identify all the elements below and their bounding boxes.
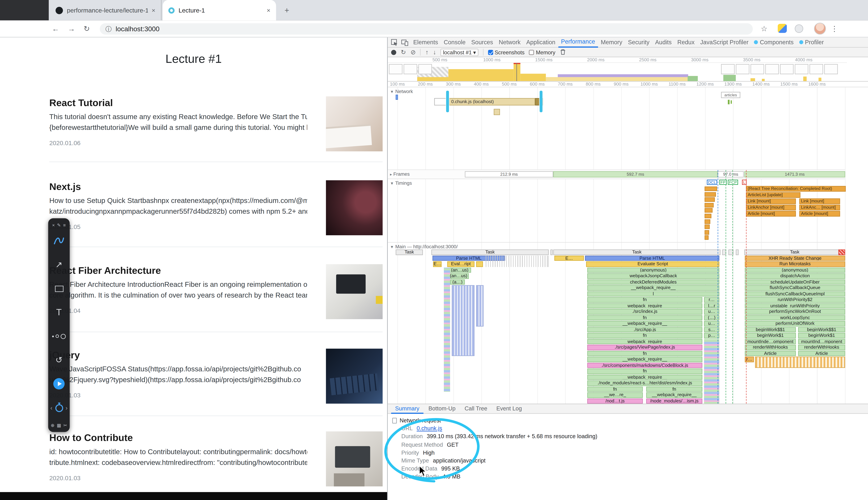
timer-tool-button[interactable]: ‹ › [48, 396, 70, 419]
user-timing-bar[interactable] [705, 225, 710, 229]
devtools-tab-network[interactable]: Network [496, 37, 523, 47]
selection-handle-left[interactable] [446, 91, 449, 112]
flame-block[interactable]: workLoopSync [745, 315, 845, 320]
flame-block[interactable]: renderWithHooks [745, 345, 796, 350]
flame-block[interactable]: Task [553, 249, 720, 255]
flame-block[interactable]: __webpack_require__ [587, 339, 703, 344]
frames-lane[interactable]: ▸ Frames 212.9 ms592.7 ms97.0 ms1471.3 m… [388, 170, 845, 179]
flame-block[interactable]: beginWork$1 [745, 333, 796, 338]
frame-segment[interactable]: 1471.3 ms [744, 171, 845, 178]
user-timing-entry[interactable]: Link [mount] [746, 198, 796, 204]
screenshots-checkbox[interactable]: Screenshots [488, 49, 525, 55]
details-tab-event-log[interactable]: Event Log [492, 404, 526, 414]
anno-menu-icon[interactable]: ≡ [63, 223, 66, 228]
details-tab-call-tree[interactable]: Call Tree [460, 404, 491, 414]
screenshot-thumbnail[interactable] [736, 64, 749, 74]
memory-checkbox[interactable]: Memory [529, 49, 555, 55]
back-icon[interactable]: ← [50, 23, 61, 35]
inspect-element-icon[interactable] [390, 38, 399, 46]
flame-block[interactable]: Task [396, 249, 423, 255]
capture-frame-icon[interactable]: ▦ [57, 423, 61, 428]
timeline-overview[interactable]: 500 ms1000 ms1500 ms2000 ms2500 ms3000 m… [388, 57, 868, 82]
devtools-tab-memory[interactable]: Memory [598, 37, 625, 47]
draw-tool-button[interactable] [48, 229, 70, 253]
flame-block[interactable]: mountInde…omponent [745, 339, 796, 344]
user-timing-entry[interactable]: Article [mount] [746, 211, 796, 217]
article-thumbnail[interactable] [326, 349, 383, 404]
flame-block[interactable]: fn [587, 333, 703, 338]
devtools-tab-profiler[interactable]: Profiler [797, 37, 827, 47]
forward-icon[interactable]: → [66, 23, 77, 35]
prev-icon[interactable]: ‹ [50, 404, 53, 411]
flame-block[interactable]: beginWork$1 [798, 333, 845, 338]
browser-tab-github[interactable]: performance-lecture/lecture-1: l × [50, 0, 161, 21]
screenshot-thumbnail[interactable] [780, 64, 793, 74]
flame-block[interactable]: Parse HTML [585, 255, 719, 261]
flame-block[interactable]: Task [744, 249, 845, 255]
flame-block[interactable]: l [587, 291, 719, 296]
new-tab-button[interactable]: + [281, 4, 293, 16]
flame-block[interactable] [736, 249, 739, 255]
profile-avatar[interactable] [814, 23, 826, 35]
flame-block[interactable]: u… [704, 321, 719, 326]
flame-block[interactable]: /node_modules/…ism.js [646, 398, 702, 404]
flame-block[interactable]: r… [704, 297, 719, 303]
screenshot-thumbnail[interactable] [795, 64, 808, 74]
flame-block[interactable] [485, 255, 549, 267]
flame-block[interactable]: __webpack_require__ [587, 303, 703, 308]
user-timing-bar[interactable] [705, 192, 716, 196]
rectangle-tool-button[interactable] [48, 276, 70, 300]
user-timing-bar[interactable] [705, 230, 709, 235]
overview-cpu-chart[interactable] [388, 62, 847, 82]
network-request-small[interactable] [494, 109, 500, 115]
tab-close-icon[interactable]: × [267, 7, 271, 13]
flame-block[interactable]: webpackJsonpCallback [587, 273, 719, 279]
flame-block[interactable]: u… [704, 309, 719, 315]
flame-block[interactable]: fn [587, 315, 703, 320]
flame-block[interactable]: __webpack_require__ [587, 356, 703, 362]
devtools-tab-security[interactable]: Security [625, 37, 652, 47]
devtools-tab-components[interactable]: Components [751, 37, 797, 47]
flame-block[interactable]: mountInd…mponent [798, 339, 845, 344]
devtools-tab-sources[interactable]: Sources [468, 37, 496, 47]
flame-block[interactable]: (an…us) [448, 268, 471, 273]
arrow-tool-button[interactable]: ↗ [48, 253, 70, 276]
text-tool-button[interactable]: T [48, 300, 70, 324]
flame-block[interactable]: XHR Ready State Change [745, 255, 845, 261]
flame-block[interactable]: Article [745, 351, 796, 356]
save-profile-icon[interactable]: ↓ [433, 48, 436, 56]
devtools-tab-performance[interactable]: Performance [558, 37, 598, 47]
reload-and-record-icon[interactable]: ↻ [401, 48, 406, 56]
screenshot-thumbnail[interactable] [810, 64, 823, 74]
flame-block[interactable]: (…) [704, 315, 719, 320]
clear-icon[interactable]: ⊘ [411, 48, 416, 56]
screenshot-thumbnail[interactable] [824, 64, 838, 74]
device-toolbar-icon[interactable] [400, 38, 409, 46]
flame-block[interactable]: runWithPriority$2 [745, 297, 845, 303]
screenshot-thumbnail[interactable] [418, 64, 432, 74]
article-thumbnail[interactable] [326, 180, 383, 235]
flame-block[interactable]: flushSyncCallbackQueue [745, 285, 845, 291]
disclosure-icon[interactable]: ▼ [390, 181, 394, 185]
summary-url-link[interactable]: 0.chunk.js [416, 425, 442, 432]
flame-block[interactable]: Task [431, 249, 549, 255]
devtools-tab-application[interactable]: Application [523, 37, 558, 47]
extension-icon[interactable] [778, 24, 787, 33]
scissors-icon[interactable]: ✂ [64, 423, 67, 428]
flame-block[interactable]: Evaluate Script [586, 261, 719, 267]
user-timing-entry[interactable]: Link [mount] [799, 198, 840, 204]
flame-block[interactable]: Article [798, 351, 845, 356]
flame-block[interactable]: renderWithHooks [798, 345, 845, 350]
flame-block[interactable]: __webpack_require__ [646, 393, 702, 398]
flame-block[interactable]: l…r [704, 303, 719, 308]
flame-block[interactable] [550, 249, 553, 255]
flame-block[interactable]: ./src/components/markdowns/CodeBlock.js [587, 363, 703, 368]
flame-block[interactable]: __webpack_require__ [587, 285, 719, 291]
flame-block[interactable] [452, 285, 475, 356]
user-timing-entry[interactable]: LinkAnchor [mount] [746, 205, 796, 211]
details-tab-bottom-up[interactable]: Bottom-Up [424, 404, 459, 414]
flame-block[interactable]: __we…re_ [587, 393, 643, 398]
article-title[interactable]: Next.js [49, 181, 81, 193]
anno-close-icon[interactable]: × [52, 223, 55, 228]
user-timing-bar[interactable] [705, 208, 712, 213]
